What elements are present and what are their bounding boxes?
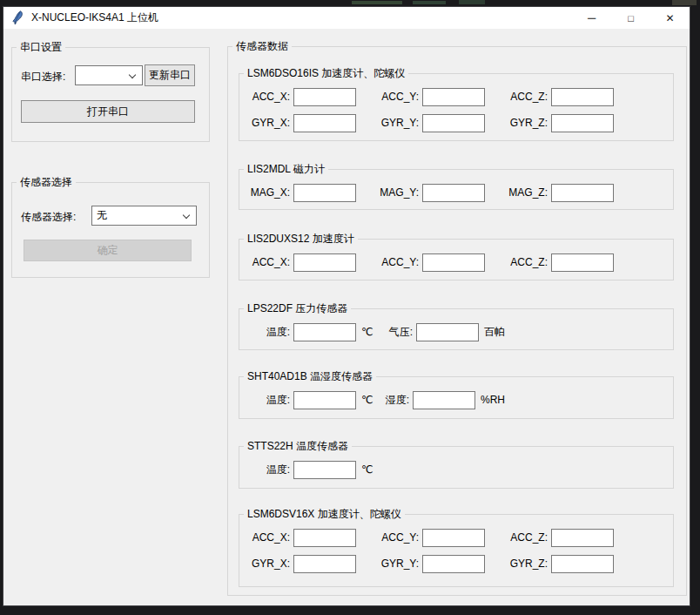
humidity-input[interactable]: [413, 391, 475, 409]
section-lis2mdl: LIS2MDL 磁力计 MAG_X: MAG_Y: MAG_Z:: [239, 169, 674, 210]
sensor-field: ACC_Y:: [376, 88, 505, 106]
section-title: LIS2MDL 磁力计: [244, 163, 328, 176]
sensor-data-title: 传感器数据: [232, 40, 292, 53]
background-window-fragment: [459, 0, 485, 4]
gyr-y-input[interactable]: [422, 114, 485, 132]
sensor-row: MAG_X: MAG_Y: MAG_Z:: [239, 179, 673, 206]
sensor-field: GYR_Y:: [376, 114, 505, 132]
background-window-fragment: [672, 0, 697, 5]
window-controls: ─ □ ✕: [572, 7, 690, 29]
gyr-z-input[interactable]: [551, 555, 614, 573]
sensor-field: 温度: ℃: [247, 391, 376, 409]
acc-z-input[interactable]: [551, 529, 614, 547]
serial-settings-title: 串口设置: [17, 41, 65, 54]
refresh-serial-button[interactable]: 更新串口: [145, 64, 195, 86]
window-title: X-NUCLEO-IKS4A1 上位机: [31, 10, 158, 25]
sensor-select-combobox[interactable]: 无: [91, 206, 197, 226]
sensor-select-value: 无: [97, 208, 196, 223]
open-serial-button[interactable]: 打开串口: [21, 100, 195, 123]
sensor-field: GYR_X:: [247, 555, 376, 573]
sensor-field: ACC_X:: [247, 529, 376, 547]
field-label: GYR_X:: [247, 117, 290, 129]
sensor-field: GYR_Z:: [505, 114, 634, 132]
maximize-button[interactable]: □: [611, 7, 650, 29]
sensor-row: 温度: ℃: [239, 456, 673, 483]
field-label: ACC_Y:: [376, 91, 419, 103]
field-label: GYR_Y:: [376, 558, 419, 570]
sensor-field: MAG_Y:: [376, 184, 505, 202]
minimize-button[interactable]: ─: [572, 7, 611, 29]
sensor-field: GYR_X:: [247, 114, 376, 132]
sensor-data-group: 传感器数据 LSM6DSO16IS 加速度计、陀螺仪 ACC_X: ACC_Y:…: [227, 46, 687, 596]
chevron-down-icon: [129, 71, 136, 78]
temperature-input[interactable]: [293, 323, 356, 341]
gyr-x-input[interactable]: [293, 114, 356, 132]
sensor-field: ACC_Y:: [376, 529, 505, 547]
feather-app-icon: [11, 10, 24, 25]
app-window: X-NUCLEO-IKS4A1 上位机 ─ □ ✕ 串口设置 串口选择: 更新串…: [3, 6, 690, 606]
field-label: ACC_Y:: [376, 256, 419, 268]
acc-y-input[interactable]: [422, 253, 485, 272]
field-label: ACC_X:: [247, 531, 290, 544]
section-lsm6dso16is: LSM6DSO16IS 加速度计、陀螺仪 ACC_X: ACC_Y: ACC_Z…: [239, 73, 674, 141]
gyr-y-input[interactable]: [422, 555, 485, 573]
sensor-field: ACC_Z:: [505, 529, 634, 547]
field-label: GYR_X:: [247, 558, 290, 570]
temperature-input[interactable]: [293, 391, 356, 409]
mag-z-input[interactable]: [551, 184, 614, 202]
acc-x-input[interactable]: [293, 529, 356, 547]
sensor-row: GYR_X: GYR_Y: GYR_Z:: [239, 110, 673, 136]
section-sht40ad1b: SHT40AD1B 温湿度传感器 温度: ℃ 湿度: %RH: [239, 376, 674, 419]
gyr-z-input[interactable]: [551, 114, 614, 132]
acc-z-input[interactable]: [551, 88, 614, 106]
acc-z-input[interactable]: [551, 253, 614, 272]
sensor-field: MAG_Z:: [505, 184, 634, 202]
acc-y-input[interactable]: [422, 529, 485, 547]
sensor-row: ACC_X: ACC_Y: ACC_Z:: [239, 84, 673, 110]
sensor-row: ACC_X: ACC_Y: ACC_Z:: [239, 249, 673, 275]
field-label: ACC_X:: [247, 91, 290, 103]
field-label: ACC_Z:: [505, 256, 548, 268]
acc-x-input[interactable]: [293, 253, 356, 272]
field-label: GYR_Y:: [376, 117, 419, 129]
section-title: LSM6DSV16X 加速度计、陀螺仪: [244, 508, 405, 521]
sensor-field: ACC_Y:: [376, 253, 505, 272]
pressure-input[interactable]: [416, 323, 479, 341]
acc-x-input[interactable]: [293, 88, 356, 106]
gyr-x-input[interactable]: [293, 555, 356, 573]
acc-y-input[interactable]: [422, 88, 485, 106]
sensor-field: MAG_X:: [247, 184, 376, 202]
section-stts22h: STTS22H 温度传感器 温度: ℃: [239, 446, 674, 489]
unit-label: ℃: [361, 394, 373, 406]
serial-port-label: 串口选择:: [21, 70, 65, 84]
sensor-row: GYR_X: GYR_Y: GYR_Z:: [239, 551, 673, 577]
mag-x-input[interactable]: [293, 184, 356, 202]
sensor-field: GYR_Y:: [376, 555, 505, 573]
field-label: MAG_Y:: [376, 186, 419, 199]
section-lsm6dsv16x: LSM6DSV16X 加速度计、陀螺仪 ACC_X: ACC_Y: ACC_Z:…: [239, 514, 674, 587]
background-window-fragment: [413, 1, 446, 4]
close-button[interactable]: ✕: [650, 7, 690, 29]
unit-label: 百帕: [484, 325, 505, 340]
sensor-field: ACC_X:: [247, 88, 376, 106]
sensor-row: 温度: ℃ 湿度: %RH: [239, 387, 673, 413]
confirm-button[interactable]: 确定: [24, 240, 192, 261]
serial-port-combobox[interactable]: [75, 65, 143, 85]
sensor-select-label: 传感器选择:: [21, 210, 76, 225]
field-label: 气压:: [376, 325, 413, 340]
sensor-field: 气压: 百帕: [376, 323, 505, 341]
field-label: 湿度:: [376, 393, 409, 408]
field-label: MAG_Z:: [505, 186, 548, 199]
section-lis2duxs12: LIS2DUXS12 加速度计 ACC_X: ACC_Y: ACC_Z:: [239, 239, 674, 280]
serial-settings-group: 串口设置 串口选择: 更新串口 打开串口: [11, 47, 210, 142]
sensor-field: GYR_Z:: [505, 555, 634, 573]
section-title: SHT40AD1B 温湿度传感器: [244, 370, 376, 383]
sensor-field: ACC_X:: [247, 253, 376, 272]
background-window-fragment: [352, 1, 402, 4]
mag-y-input[interactable]: [422, 184, 485, 202]
unit-label: ℃: [361, 463, 373, 476]
field-label: ACC_X:: [247, 256, 290, 268]
temperature-input[interactable]: [293, 461, 356, 479]
unit-label: %RH: [481, 394, 505, 406]
field-label: ACC_Z:: [505, 531, 548, 544]
